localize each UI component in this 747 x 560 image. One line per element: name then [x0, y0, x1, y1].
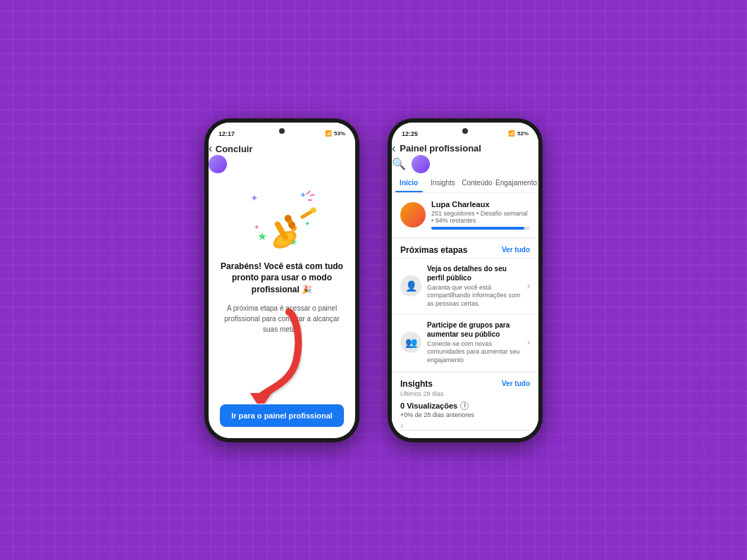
status-icons-1: 📶 53%	[325, 130, 345, 137]
app-bar-right-2: 🔍	[392, 155, 538, 173]
screen2-scroll: Lupa Charleaux 251 seguidores • Desafio …	[392, 193, 538, 438]
phone-1: 12:17 📶 53% ‹ Concluir ✦	[204, 118, 359, 442]
svg-text:✦: ✦	[250, 192, 259, 204]
status-bar-2: 12:25 📶 52%	[392, 123, 538, 142]
profile-meta: 251 seguidores • Desafio semanal • 94% r…	[431, 210, 530, 224]
status-time-1: 12:17	[218, 130, 235, 137]
chart-y1: 1	[400, 423, 403, 429]
status-icons-2: 📶 52%	[508, 130, 529, 137]
chart-area: 1 0 -	[400, 423, 530, 438]
back-button-1[interactable]: ‹	[209, 142, 212, 154]
progress-bar-fill	[431, 227, 524, 230]
step-2-title: Participe de grupos para aumentar seu pú…	[427, 321, 521, 339]
trumpet-svg: ✦ ✦ ✦ ✦ ★ ★	[247, 187, 317, 251]
step-2-item[interactable]: 👥 Participe de grupos para aumentar seu …	[392, 314, 538, 371]
step-2-desc: Conecte-se com novas comunidades para au…	[427, 340, 521, 365]
step-2-icon: 👥	[400, 332, 421, 353]
profile-name: Lupa Charleaux	[431, 200, 530, 209]
status-time-2: 12:25	[402, 130, 418, 137]
profile-info: Lupa Charleaux 251 seguidores • Desafio …	[431, 200, 530, 230]
step-1-desc: Garanta que você está compartilhando inf…	[427, 284, 521, 309]
camera-notch-1	[279, 128, 285, 134]
step-1-item[interactable]: 👤 Veja os detalhes do seu perfil público…	[392, 258, 538, 314]
tab-conteudo[interactable]: Conteúdo	[460, 173, 494, 192]
proximas-etapas-header: Próximas etapas Ver tudo	[392, 239, 538, 258]
tab-inicio[interactable]: Início	[392, 173, 426, 192]
tab-engajamento[interactable]: Engajamento	[494, 173, 538, 192]
ver-tudo-2[interactable]: Ver tudo	[502, 380, 530, 387]
chart-line-1	[400, 430, 530, 430]
chevron-1: ›	[527, 281, 530, 291]
ver-tudo-1[interactable]: Ver tudo	[502, 246, 530, 254]
battery-text-1: 53%	[334, 130, 345, 137]
insights-section: Insights Ver tudo Últimos 28 dias 0 Visu…	[392, 373, 538, 438]
svg-line-14	[307, 191, 310, 194]
insights-period: Últimos 28 dias	[400, 390, 530, 397]
insights-title: Insights	[400, 379, 433, 389]
battery-text-2: 52%	[517, 130, 529, 137]
profile-avatar	[400, 202, 426, 228]
screen1-title: Concluir	[216, 144, 253, 154]
tabs-bar: Início Insights Conteúdo Engajamento	[392, 173, 538, 193]
progress-bar	[431, 227, 530, 230]
proximas-etapas-title: Próximas etapas	[400, 245, 467, 255]
sub-description: A próxima etapa é acessar o painel profi…	[220, 303, 344, 335]
svg-text:✦: ✦	[304, 220, 310, 228]
chevron-2: ›	[527, 337, 530, 347]
camera-notch-2	[462, 128, 468, 134]
step-1-title: Veja os detalhes do seu perfil público	[427, 264, 521, 282]
profile-card: Lupa Charleaux 251 seguidores • Desafio …	[392, 193, 538, 237]
visualizations-label: 0 Visualizações ℹ	[400, 402, 530, 410]
svg-line-15	[310, 194, 314, 196]
wifi-icon-2: 📶	[508, 130, 515, 137]
tab-insights[interactable]: Insights	[426, 173, 459, 192]
back-button-2[interactable]: ‹	[392, 142, 395, 155]
step-1-icon: 👤	[400, 275, 421, 297]
avatar-2[interactable]	[412, 155, 430, 173]
app-bar-left-2: ‹ Painel profissional	[392, 142, 538, 155]
phone-2: 12:25 📶 52% ‹ Painel profissional 🔍 Iníc…	[388, 118, 543, 442]
app-bar-1: ‹ Concluir	[209, 142, 355, 173]
app-bar-2: ‹ Painel profissional 🔍	[392, 142, 538, 173]
screen1-content: ✦ ✦ ✦ ✦ ★ ★	[209, 173, 355, 438]
status-bar-1: 12:17 📶 53%	[209, 123, 355, 142]
info-icon[interactable]: ℹ	[460, 402, 469, 410]
go-to-panel-button[interactable]: Ir para o painel profissional	[220, 404, 344, 427]
step-2-text: Participe de grupos para aumentar seu pú…	[427, 321, 521, 365]
svg-text:★: ★	[257, 230, 267, 242]
screen2-title: Painel profissional	[400, 143, 481, 154]
congratulations-text: Parabéns! Você está com tudo pronto para…	[220, 261, 344, 296]
percent-change: +0% de 28 dias anteriores	[400, 411, 530, 418]
insights-header: Insights Ver tudo	[400, 379, 530, 389]
step-1-text: Veja os detalhes do seu perfil público G…	[427, 264, 521, 309]
search-icon[interactable]: 🔍	[392, 157, 406, 170]
avatar-1[interactable]	[209, 155, 227, 173]
svg-text:✦: ✦	[300, 190, 307, 200]
wifi-icon: 📶	[325, 130, 332, 137]
celebration-graphic: ✦ ✦ ✦ ✦ ★ ★	[247, 187, 317, 251]
